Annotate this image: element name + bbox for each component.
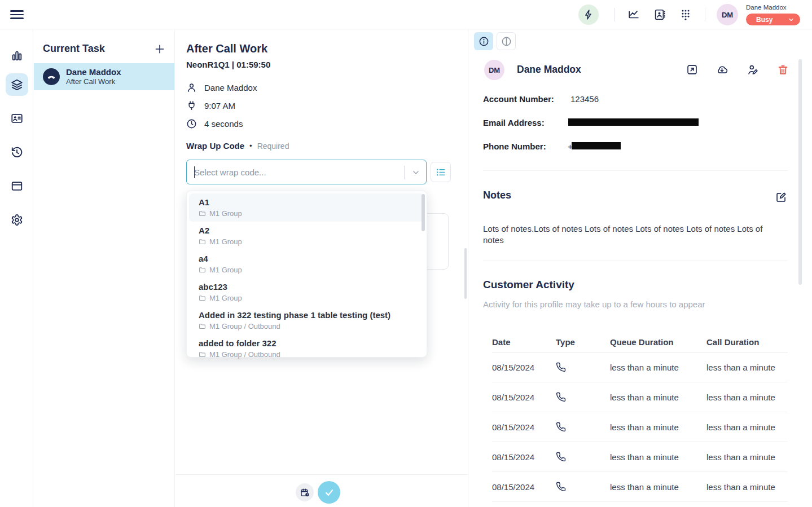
wrap-code-option[interactable]: Added in 322 testing phase 1 table testi…	[189, 306, 424, 334]
external-link-icon[interactable]	[686, 64, 698, 76]
activity-table-row[interactable]: 08/15/2024 less than a minute less than …	[492, 412, 788, 442]
activity-table-header: Date Type Queue Duration Call Duration	[492, 332, 788, 352]
column-type: Type	[556, 337, 610, 347]
cell-call-duration: less than a minute	[706, 482, 788, 492]
activity-table-row[interactable]: 08/15/2024 less than a minute less than …	[492, 442, 788, 472]
phone-icon	[556, 362, 566, 372]
task-avatar	[43, 68, 60, 85]
wrap-up-code-label: Wrap Up Code	[186, 141, 244, 151]
task-detail-title: After Call Work	[186, 42, 267, 55]
activity-table-row[interactable]: 08/15/2024 less than a minute less than …	[492, 382, 788, 412]
nav-browser[interactable]	[6, 175, 28, 197]
profile-name: Dane Maddox	[517, 64, 581, 76]
select-divider	[404, 166, 405, 179]
browse-wrap-codes-button[interactable]	[431, 162, 451, 182]
folder-icon	[199, 323, 206, 330]
phone-label: Phone Number:	[483, 142, 546, 151]
list-icon	[436, 167, 446, 178]
cell-queue-duration: less than a minute	[610, 482, 706, 492]
nav-tasks[interactable]	[6, 73, 28, 96]
task-start-time: 9:07 AM	[204, 101, 235, 111]
dialpad-icon[interactable]	[679, 8, 692, 21]
tab-split-view[interactable]	[497, 32, 516, 50]
wrap-code-option[interactable]: a4 M1 Group	[189, 250, 424, 278]
nav-contacts[interactable]	[6, 107, 28, 130]
wrap-code-option[interactable]: abc123 M1 Group	[189, 278, 424, 306]
person-icon	[186, 82, 197, 93]
wrap-code-option[interactable]: added to folder 322 M1 Group / Outbound	[189, 334, 424, 363]
complete-task-button[interactable]	[318, 481, 340, 504]
required-bullet: •	[249, 142, 252, 150]
contact-card-icon	[11, 112, 23, 125]
calendar-clock-icon	[300, 488, 310, 497]
user-avatar[interactable]: DM	[717, 4, 738, 25]
trash-icon[interactable]	[777, 64, 789, 76]
folder-icon	[199, 238, 206, 245]
dropdown-scrollbar[interactable]	[422, 194, 425, 231]
option-code: a4	[199, 253, 415, 264]
cell-queue-duration: less than a minute	[610, 363, 706, 372]
schedule-callback-button[interactable]	[296, 483, 314, 501]
chevron-down-icon[interactable]	[411, 168, 420, 177]
window-icon	[11, 180, 23, 192]
footer-divider	[175, 474, 468, 475]
hamburger-menu-icon[interactable]	[10, 8, 24, 21]
notes-title: Notes	[483, 189, 511, 201]
option-code: added to folder 322	[199, 338, 415, 349]
phone-icon	[556, 452, 566, 462]
phone-hangup-icon	[46, 72, 56, 82]
folder-icon	[199, 266, 206, 274]
task-time-row: 9:07 AM	[186, 100, 235, 111]
task-list-item[interactable]: Dane Maddox After Call Work	[34, 63, 174, 90]
column-call-duration: Call Duration	[706, 337, 788, 347]
task-detail-scrollbar[interactable]	[464, 248, 467, 299]
profile-avatar: DM	[484, 60, 504, 80]
cell-queue-duration: less than a minute	[610, 393, 706, 402]
wrap-code-option[interactable]: A1 M1 Group	[189, 193, 424, 222]
column-date: Date	[492, 337, 556, 347]
topbar-divider	[705, 8, 705, 21]
cell-date: 08/15/2024	[492, 482, 556, 492]
status-label: Busy	[756, 16, 773, 24]
section-divider	[483, 261, 788, 261]
email-label: Email Address:	[483, 118, 545, 127]
activity-table: Date Type Queue Duration Call Duration 0…	[492, 332, 788, 502]
split-circle-icon	[501, 36, 512, 47]
tab-profile-info[interactable]	[474, 32, 493, 50]
lightning-icon	[583, 9, 594, 20]
option-code: A2	[199, 225, 415, 236]
task-contact-row: Dane Maddox	[186, 82, 257, 93]
activity-table-row[interactable]: 08/15/2024 less than a minute less than …	[492, 472, 788, 502]
add-task-button[interactable]	[154, 43, 165, 55]
clock-icon	[186, 118, 197, 129]
folder-icon	[199, 210, 206, 217]
wrap-code-select[interactable]	[186, 160, 427, 184]
column-queue-duration: Queue Duration	[610, 337, 706, 347]
cell-call-duration: less than a minute	[706, 393, 788, 402]
phone-icon	[556, 392, 566, 402]
cell-queue-duration: less than a minute	[610, 422, 706, 432]
folder-icon	[199, 351, 206, 358]
power-dialer-button[interactable]	[578, 5, 599, 25]
cell-date: 08/15/2024	[492, 452, 556, 462]
option-code: Added in 322 testing phase 1 table testi…	[199, 310, 415, 320]
line-chart-icon[interactable]	[627, 8, 640, 21]
edit-contact-icon[interactable]	[747, 64, 759, 76]
nav-analytics[interactable]	[6, 45, 28, 67]
profile-scrollbar[interactable]	[798, 59, 802, 285]
wrap-code-input[interactable]	[194, 160, 358, 184]
history-icon	[11, 146, 23, 158]
chevron-down-icon	[788, 16, 795, 23]
nav-settings[interactable]	[6, 209, 28, 231]
nav-history[interactable]	[6, 141, 28, 164]
cloud-download-icon[interactable]	[716, 64, 728, 76]
contact-book-icon[interactable]	[653, 8, 666, 21]
topbar-divider	[614, 8, 615, 21]
activity-table-row[interactable]: 08/15/2024 less than a minute less than …	[492, 352, 788, 382]
analytics-icon	[11, 50, 23, 62]
option-code: A1	[199, 197, 415, 208]
status-dropdown[interactable]: Busy	[746, 14, 800, 25]
cell-date: 08/15/2024	[492, 393, 556, 402]
wrap-code-option[interactable]: A2 M1 Group	[189, 222, 424, 250]
edit-note-icon[interactable]	[775, 191, 787, 203]
